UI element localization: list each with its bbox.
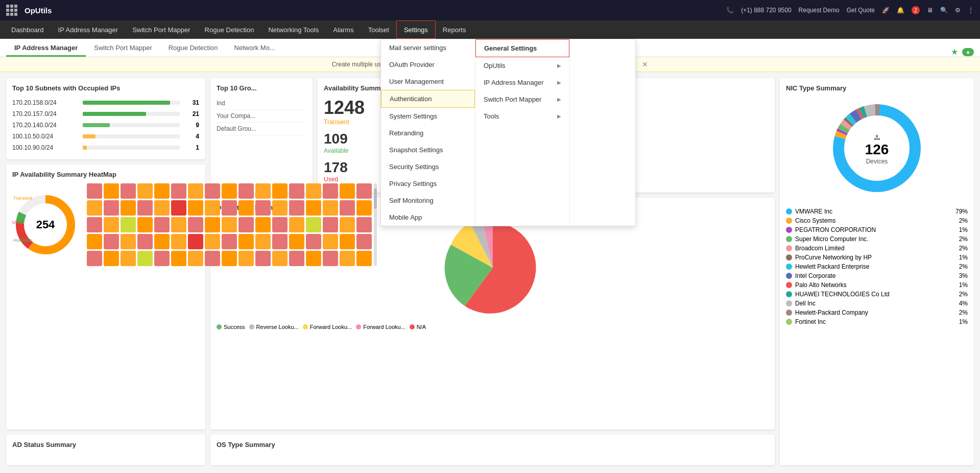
phone-number[interactable]: (+1) 888 720 9500 [741,7,791,14]
get-quote-btn[interactable]: Get Quote [847,7,875,14]
subnet-ip: 170.20.140.0/24 [12,122,79,129]
nav-switch-port-mapper[interactable]: Switch Port Mapper [125,20,197,39]
banner-close[interactable]: ✕ [642,60,648,68]
menu-snapshot[interactable]: Snapshot Settings [381,141,475,158]
menu-mobile-app[interactable]: Mobile App [381,209,475,226]
menu-security[interactable]: Security Settings [381,158,475,175]
subnet-bar [83,123,110,127]
menu-ip-manager-sub[interactable]: IP Address Manager ▶ [475,74,569,91]
monitor-icon[interactable]: 🖥 [927,7,933,14]
menu-oputils[interactable]: OpUtils ▶ [475,57,569,74]
menu-authentication[interactable]: Authentication [381,90,475,108]
menu-oauth[interactable]: OAuth Provider [381,56,475,73]
ad-status-title: AD Status Summary [12,441,199,448]
nic-card: NIC Type Summary [780,78,974,465]
subnet-count: 9 [184,122,199,129]
list-item: Fortinet Inc 1% [786,317,968,326]
tab-ip-address-manager[interactable]: IP Address Manager [6,40,86,57]
main-nav: Dashboard IP Address Manager Switch Port… [0,20,980,39]
table-row: 170.20.157.0/24 21 [12,108,199,120]
subnet-ip: 170.20.157.0/24 [12,110,79,117]
top10-subnets-title: Top 10 Subnets with Occupied IPs [12,84,199,92]
menu-system-settings[interactable]: System Settings [381,108,475,125]
settings-menu-col1: Mail server settings OAuth Provider User… [381,39,475,226]
os-title: OS Type Summary [217,441,769,448]
subnet-bar-bg [83,146,180,150]
na-label: N/A [417,324,426,330]
grid-icon[interactable] [6,5,17,16]
nic-center-label: Devices [865,157,889,164]
table-row: 100.10.50.0/24 4 [12,131,199,142]
list-item: Intel Corporate 3% [786,271,968,280]
menu-mail-server[interactable]: Mail server settings [381,39,475,56]
subnet-bar-bg [83,123,180,127]
nav-networking-tools[interactable]: Networking Tools [261,20,326,39]
heatmap-scrollbar-thumb[interactable] [374,188,377,209]
subnet-count: 4 [184,133,199,140]
nav-toolset[interactable]: Toolset [361,20,396,39]
na-dot [410,324,415,329]
forward1-dot [303,324,308,329]
heatmap-scrollbar[interactable] [374,183,377,266]
tab-network-mo[interactable]: Network Mo... [226,40,283,57]
menu-general-settings[interactable]: General Settings [475,39,569,57]
tab-switch-port-mapper[interactable]: Switch Port Mapper [86,40,160,57]
subnet-bar [83,112,146,116]
subnet-count: 21 [184,110,199,117]
available-label: Available [13,238,32,243]
menu-self-monitoring[interactable]: Self Monitoring [381,192,475,209]
bell-icon[interactable]: 🔔 [897,7,904,14]
list-item: Super Micro Computer Inc. 2% [786,234,968,244]
list-item: VMWARE Inc 79% [786,207,968,216]
list-item: Default Grou... [217,123,306,135]
arrow-icon: ▶ [557,63,561,68]
list-item: Cisco Systems 2% [786,216,968,225]
request-demo-btn[interactable]: Request Demo [799,7,840,14]
menu-user-mgmt[interactable]: User Management [381,73,475,90]
nic-title: NIC Type Summary [786,84,968,92]
brand-area: OpUtils [6,5,52,16]
heatmap-grid-wrapper [87,183,372,266]
table-row: 170.20.140.0/24 9 [12,120,199,131]
transient-label: Transient [13,196,32,201]
list-item: Your Compa... [217,110,306,123]
legend-reverse: Reverse Looku... [249,324,299,330]
menu-privacy[interactable]: Privacy Settings [381,175,475,192]
settings-menu-col2: General Settings OpUtils ▶ IP Address Ma… [475,39,570,226]
subnet-count: 31 [184,99,199,106]
subnet-ip: 100.10.90.0/24 [12,144,79,151]
left-column: Top 10 Subnets with Occupied IPs 170.20.… [6,78,205,465]
menu-rebranding[interactable]: Rebranding [381,125,475,141]
tab-rogue-detection[interactable]: Rogue Detection [160,40,226,57]
notification-count: 2 [912,6,920,14]
list-item: PEGATRON CORPORATION 1% [786,225,968,234]
nav-alarms[interactable]: Alarms [326,20,361,39]
nav-settings[interactable]: Settings [396,20,436,39]
success-dot [217,324,222,329]
more-icon[interactable]: ⋮ [968,7,974,14]
nav-reports[interactable]: Reports [436,20,473,39]
nav-rogue-detection[interactable]: Rogue Detection [198,20,261,39]
star-icon[interactable]: ★ [951,47,958,57]
subnet-ip: 100.10.50.0/24 [12,133,79,140]
list-item: ProCurve Networking by HP 1% [786,253,968,262]
list-item: Broadcom Limited 2% [786,244,968,253]
menu-switch-port-sub[interactable]: Switch Port Mapper ▶ [475,91,569,108]
settings-icon[interactable]: ⚙ [955,7,961,14]
arrow-icon: ▶ [557,80,561,85]
toggle-icon[interactable]: ● [962,48,974,56]
search-icon[interactable]: 🔍 [940,7,948,14]
rocket-icon[interactable]: 🚀 [882,7,890,14]
heatmap-center-value: 254 [36,218,55,231]
menu-tools[interactable]: Tools ▶ [475,108,569,125]
subnet-bar-bg [83,134,180,138]
subnet-bar-bg [83,112,180,116]
subnet-bar [83,146,87,150]
legend-forward1: Forward Looku... [303,324,352,330]
nav-dashboard[interactable]: Dashboard [4,20,51,39]
top-bar-actions: 📞 (+1) 888 720 9500 Request Demo Get Quo… [726,6,974,14]
list-item: Hewlett Packard Enterprise 2% [786,262,968,271]
nav-ip-manager[interactable]: IP Address Manager [51,20,126,39]
subnet-bar [83,134,95,138]
phone-icon: 📞 [726,7,734,14]
